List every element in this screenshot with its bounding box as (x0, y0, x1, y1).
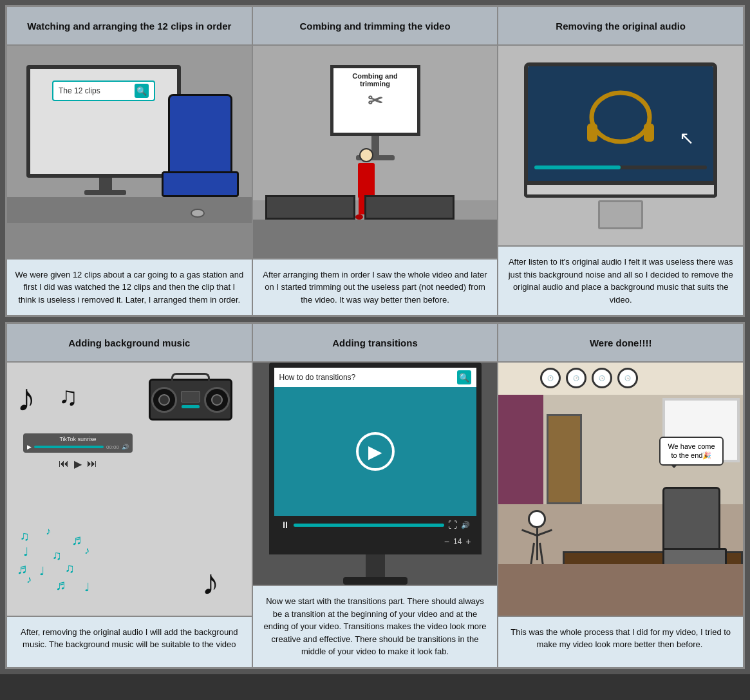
cell-trimming: Combing and trimming the video Combing a… (252, 6, 498, 316)
transitions-scene: How to do transitions? 🔍 ▶ ⏸ (253, 363, 498, 585)
scissors-icon: ✂ (368, 90, 382, 111)
headphone-icon (576, 88, 666, 159)
cell-2-header: Combing and trimming the video (253, 7, 498, 46)
scatter-9: ♫ (65, 561, 75, 576)
boombox-center (181, 391, 200, 408)
player-play-icon[interactable]: ▶ (27, 444, 32, 450)
purple-panel (498, 395, 543, 504)
yt-fullscreen-icon[interactable]: ⛶ (448, 520, 457, 530)
monitor-screen: The 12 clips 🔍 (30, 69, 177, 174)
cell-1-header: Watching and arranging the 12 clips in o… (7, 7, 252, 46)
cell-done: Were done!!!! 🕐 🕑 🕒 🕓 We have (498, 323, 744, 668)
classroom-scene: Combing andtrimming ✂ (253, 46, 498, 258)
rewind-icon[interactable]: ⏮ (59, 458, 69, 470)
music-scene: ♪ ♫ (7, 363, 252, 616)
done-scene: 🕐 🕑 🕒 🕓 We have come to the end🎉 (498, 363, 743, 616)
cell-6-desc: This was the whole process that I did fo… (498, 616, 743, 667)
scatter-1: ♫ (20, 529, 30, 544)
search-text: The 12 clips (59, 86, 132, 95)
svg-rect-1 (587, 124, 597, 142)
yt-video-area: ▶ (274, 387, 476, 516)
row-1: Watching and arranging the 12 clips in o… (5, 5, 745, 317)
boombox-speaker-inner-left (158, 394, 170, 406)
desk-row (265, 195, 455, 220)
music-note-medium: ♫ (59, 382, 78, 411)
cell-5-desc: Now we start with the transitions part. … (253, 585, 498, 667)
music-note-bottom-right: ♪ (202, 562, 220, 603)
search-icon[interactable]: 🔍 (135, 84, 149, 98)
music-note-large: ♪ (17, 375, 36, 420)
boombox-accent (182, 405, 200, 408)
scatter-11: ♬ (55, 577, 66, 594)
row-2: Adding background music ♪ ♫ (5, 322, 745, 669)
yt-play-button[interactable]: ▶ (356, 432, 395, 471)
cell-watching: Watching and arranging the 12 clips in o… (6, 6, 252, 316)
cell-1-desc: We were given 12 clips about a car going… (7, 258, 252, 316)
monitor-tv-screen: How to do transitions? 🔍 ▶ ⏸ (269, 363, 482, 554)
forward-icon[interactable]: ⏭ (87, 458, 97, 470)
play-icon[interactable]: ▶ (74, 458, 82, 470)
sf-torso-area (521, 528, 553, 536)
sf-arm-left (521, 529, 538, 536)
boombox-tape (181, 391, 200, 402)
class-desk-right (364, 195, 455, 220)
monitor-tv-base (343, 577, 408, 585)
laptop-base (524, 185, 717, 198)
sf-arms (521, 534, 553, 536)
yt-search-icon[interactable]: 🔍 (457, 370, 471, 384)
scatter-4: ♩ (23, 545, 28, 559)
player-progress (34, 446, 104, 448)
cell-bgmusic: Adding background music ♪ ♫ (6, 323, 252, 668)
transport-controls[interactable]: ⏮ ▶ ⏭ (59, 458, 97, 470)
player-label: TikTok sunrise (27, 436, 129, 442)
yt-volume-icon[interactable]: 🔊 (461, 521, 470, 529)
laptop-progress-fill (534, 166, 621, 169)
yt-timeline[interactable] (294, 524, 444, 527)
search-bar[interactable]: The 12 clips 🔍 (52, 80, 155, 101)
zoom-plus[interactable]: + (465, 536, 471, 547)
cell-4-desc: After, removing the original audio I wil… (7, 616, 252, 667)
cell-transitions: Adding transitions How to do transitions… (252, 323, 498, 668)
tv-screen: Combing andtrimming ✂ (330, 65, 420, 136)
cell-3-desc: After listen to it's original audio I fe… (498, 245, 743, 315)
boombox-speaker-left (151, 387, 177, 413)
zoom-value: 14 (453, 537, 462, 546)
scattered-notes: ♫ ♪ ♬ ♩ ♫ ♪ ♬ ♩ ♫ ♪ ♬ ♩ (14, 525, 123, 603)
scatter-8: ♩ (39, 564, 44, 578)
cell-2-desc: After arranging them in order I saw the … (253, 258, 498, 316)
boombox-handle (171, 373, 210, 382)
chair-back (168, 94, 232, 178)
chair-seat (162, 171, 239, 197)
player-time: 00:00 (106, 444, 119, 450)
scatter-3: ♬ (71, 532, 82, 549)
desk-surface (7, 197, 252, 223)
desk-body (7, 223, 252, 258)
cell-3-header: Removing the original audio (498, 7, 743, 46)
yt-pause-icon[interactable]: ⏸ (281, 520, 290, 530)
cell-audio: Removing the original audio (498, 6, 744, 316)
zoom-minus[interactable]: − (444, 536, 449, 547)
scatter-12: ♩ (84, 580, 89, 594)
cell-5-header: Adding transitions (253, 324, 498, 363)
sf-head (528, 510, 546, 528)
class-desk-left (265, 195, 355, 220)
player-volume-icon[interactable]: 🔊 (122, 444, 129, 450)
youtube-monitor: How to do transitions? 🔍 ▶ ⏸ (269, 363, 482, 585)
speech-bubble: We have come to the end🎉 (659, 437, 724, 466)
classroom-floor (253, 220, 498, 258)
cell-5-image: How to do transitions? 🔍 ▶ ⏸ (253, 363, 498, 585)
svg-point-0 (592, 93, 650, 142)
yt-search-bar[interactable]: How to do transitions? 🔍 (274, 368, 476, 387)
monitor-tv-stand (366, 554, 385, 577)
sf-arm-right (537, 529, 553, 536)
scatter-10: ♪ (26, 574, 32, 585)
laptop-scene: ↖ (498, 46, 743, 245)
player-bar[interactable]: TikTok sunrise ▶ 00:00 🔊 (23, 433, 133, 453)
player-controls-bar: ▶ 00:00 🔊 (27, 444, 129, 450)
figure-head (359, 148, 373, 162)
sf-body (536, 528, 538, 560)
figure-body (358, 163, 375, 198)
laptop-screen: ↖ (528, 66, 713, 181)
scatter-5: ♫ (52, 548, 62, 563)
laptop: ↖ (524, 62, 717, 229)
